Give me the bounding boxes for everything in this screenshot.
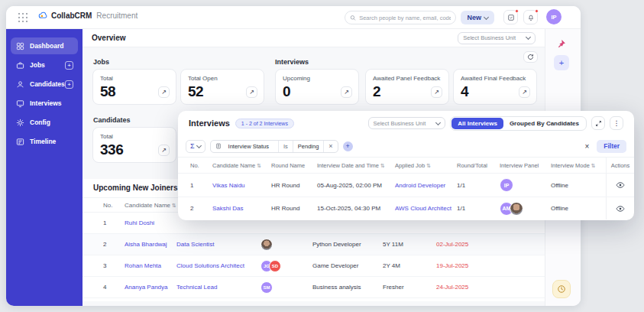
open-upcoming-button[interactable]: ↗	[341, 86, 352, 98]
stat-card-jobs-total: Total 58 ↗	[92, 69, 176, 105]
search-input[interactable]	[359, 15, 451, 21]
interview-row[interactable]: 2 Sakshi Das HR Round 15-Oct-2025, 04:30…	[178, 197, 634, 219]
business-unit-select[interactable]: Select Business Unit	[458, 32, 536, 44]
join-date: 24-Jul-2025	[436, 284, 545, 291]
chevron-down-icon	[526, 34, 531, 40]
monitor-icon	[16, 99, 24, 108]
jobs-section-label: Jobs	[93, 58, 109, 66]
add-candidate-button[interactable]: +	[65, 80, 73, 89]
view-interview-button[interactable]	[606, 197, 634, 219]
pushpin-icon	[556, 39, 566, 49]
candidate-link[interactable]: Ananya Pandya	[125, 284, 176, 291]
candidate-link[interactable]: Ruhi Doshi	[125, 219, 176, 226]
interview-row[interactable]: 1 Vikas Naidu HR Round 05-Aug-2025, 02:0…	[178, 174, 634, 197]
candidate-link[interactable]: Vikas Naidu	[212, 182, 271, 189]
clock-icon	[557, 284, 566, 294]
pin-button[interactable]	[556, 38, 566, 52]
candidate-link[interactable]: Aisha Bhardwaj	[125, 241, 176, 248]
joiner-row[interactable]: 4 Ananya Pandya Technical Lead SM Busine…	[83, 277, 545, 298]
tab-all-interviews[interactable]: All Interviews	[451, 118, 503, 129]
filter-operator[interactable]: Is	[279, 141, 293, 152]
refresh-button[interactable]	[523, 51, 538, 63]
sort-icon: ⇅	[257, 163, 261, 168]
sort-icon: ⇅	[380, 163, 385, 168]
remove-filter-icon[interactable]: ×	[324, 141, 337, 152]
add-job-button[interactable]: +	[65, 61, 73, 70]
clear-filters-icon[interactable]: ×	[584, 142, 589, 151]
app-launcher-icon[interactable]	[18, 13, 28, 22]
column-candidate-name[interactable]: Candidate Name⇅	[125, 202, 176, 209]
stat-card-final-feedback: Awaited Final Feedback 4 ↗	[453, 69, 537, 105]
panel-avatar-photo	[510, 202, 523, 216]
panel-avatar: SD	[269, 260, 281, 272]
filter-field[interactable]: Interview Status	[211, 141, 279, 152]
tab-grouped-by-candidates[interactable]: Grouped By Candidates	[503, 118, 585, 129]
notifications-button[interactable]	[523, 10, 538, 24]
briefcase-icon	[16, 61, 24, 70]
column-datetime[interactable]: Interview Date and Time⇅	[317, 162, 395, 169]
joiner-row[interactable]: 2 Aisha Bhardwaj Data Scientist Python D…	[83, 234, 545, 255]
column-applied-job[interactable]: Applied Job⇅	[395, 162, 457, 169]
sidebar-item-dashboard[interactable]: Dashboard	[11, 37, 78, 54]
open-jobs-open-button[interactable]: ↗	[246, 86, 257, 98]
timeline-icon	[16, 138, 24, 146]
applied-job-link[interactable]: Android Developer	[395, 182, 457, 189]
designation-link[interactable]: Technical Lead	[176, 284, 261, 291]
column-actions: Actions	[606, 158, 634, 173]
designation-link[interactable]: Data Scientist	[176, 241, 261, 248]
join-date: 02-Jul-2025	[436, 241, 545, 248]
sidebar-item-jobs[interactable]: Jobs +	[11, 57, 78, 73]
panel-avatar-photo	[261, 239, 273, 251]
history-button[interactable]	[552, 280, 571, 298]
expand-icon	[595, 120, 602, 127]
open-panel-feedback-button[interactable]: ↗	[431, 86, 442, 98]
sidebar-item-label: Jobs	[30, 61, 45, 69]
sidebar-item-config[interactable]: Config	[11, 114, 78, 131]
column-interview-mode[interactable]: Interview Mode⇅	[551, 162, 606, 169]
user-icon	[16, 80, 24, 89]
open-final-feedback-button[interactable]: ↗	[519, 86, 530, 98]
chevron-down-icon	[196, 142, 202, 148]
user-avatar[interactable]: IP	[546, 9, 561, 24]
add-filter-button[interactable]: +	[343, 141, 353, 151]
column-round-total: Round/Total	[457, 162, 500, 169]
overview-header: Overview Select Business Unit	[83, 29, 545, 47]
sidebar-item-label: Interviews	[30, 99, 62, 107]
applied-job-link[interactable]: AWS Cloud Architect	[395, 205, 457, 212]
panel-menu-button[interactable]: ⋮	[610, 116, 623, 130]
sidebar-item-timeline[interactable]: Timeline	[11, 133, 78, 150]
task-check-icon	[507, 14, 515, 21]
sort-icon: ⇅	[426, 163, 431, 168]
candidate-link[interactable]: Sakshi Das	[212, 205, 271, 212]
sort-icon: ⇅	[591, 163, 596, 168]
column-candidate-name[interactable]: Candidate Name⇅	[212, 162, 271, 169]
open-jobs-total-button[interactable]: ↗	[158, 86, 170, 98]
sidebar-item-candidates[interactable]: Candidates +	[11, 76, 78, 93]
sidebar-item-label: Dashboard	[30, 42, 63, 50]
column-round-name: Round Name	[271, 162, 317, 169]
global-search[interactable]	[345, 11, 456, 24]
filter-button[interactable]: Filter	[597, 140, 626, 153]
stat-card-panel-feedback: Awaited Panel Feedback 2 ↗	[365, 69, 449, 105]
cloud-logo-icon	[38, 11, 48, 21]
tasks-button[interactable]	[503, 10, 518, 24]
column-no: No.	[190, 162, 212, 169]
view-interview-button[interactable]	[606, 174, 634, 197]
chevron-down-icon	[484, 14, 489, 19]
refresh-icon	[527, 54, 534, 60]
open-candidates-button[interactable]: ↗	[158, 145, 170, 156]
rail-add-button[interactable]: +	[554, 55, 569, 70]
joiner-row[interactable]: 3 Rohan Mehta Cloud Solutions Architect …	[83, 255, 545, 277]
sidebar-item-interviews[interactable]: Interviews	[11, 95, 78, 112]
new-button[interactable]: New	[461, 11, 494, 24]
stat-card-upcoming: Upcoming 0 ↗	[275, 69, 359, 105]
candidate-link[interactable]: Rohan Mehta	[125, 262, 176, 269]
expand-button[interactable]	[591, 116, 605, 130]
designation-link[interactable]: Cloud Solutions Architect	[176, 262, 261, 269]
joiners-title: Upcoming New Joiners	[93, 184, 178, 192]
aggregate-button[interactable]: Σ	[186, 140, 205, 153]
page-title: Overview	[92, 34, 125, 42]
tasks-alert-dot	[515, 9, 519, 13]
panel-business-unit-select[interactable]: Select Business Unit	[368, 117, 446, 129]
filter-value[interactable]: Pending	[293, 141, 325, 152]
